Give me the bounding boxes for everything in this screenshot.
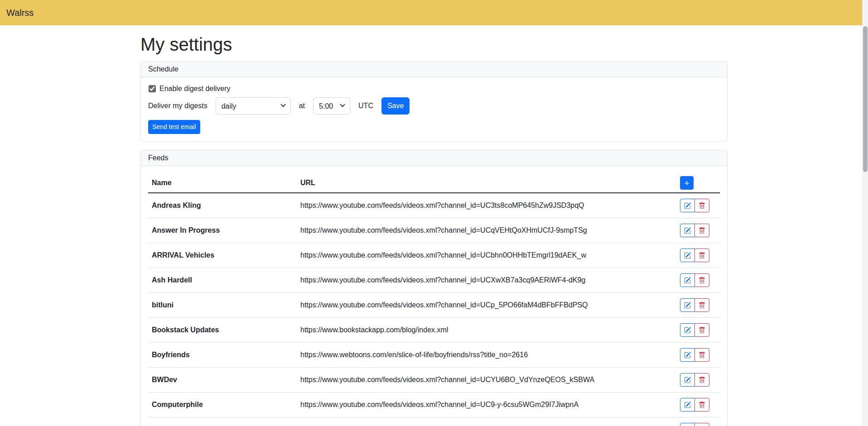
page: Walrss My settings Schedule Enable diges… (0, 0, 868, 426)
feed-actions (676, 368, 720, 392)
frequency-select[interactable]: daily (216, 97, 291, 115)
feed-actions-group (680, 199, 709, 212)
feeds-card-header: Feeds (141, 150, 727, 166)
feed-url: https://www.youtube.com/feeds/videos.xml… (297, 243, 676, 268)
pencil-square-icon (684, 327, 691, 334)
trash-icon (699, 227, 705, 234)
time-select-wrap: 5:00 (313, 97, 350, 115)
digest-schedule-row: Deliver my digests daily at 5:00 (148, 97, 720, 115)
delete-feed-button[interactable] (694, 348, 709, 362)
feeds-card-body: Name URL + Andreas Kling https://www.you… (141, 166, 727, 426)
enable-digest-row: Enable digest delivery (148, 85, 720, 93)
trash-icon (699, 402, 705, 408)
pencil-square-icon (684, 202, 691, 209)
feed-actions-group (680, 423, 709, 426)
feed-actions-group (680, 373, 709, 387)
feed-row: Bookstack Updates https://www.bookstacka… (148, 318, 720, 343)
trash-icon (699, 377, 705, 383)
schedule-card-header: Schedule (141, 62, 727, 77)
delete-feed-button[interactable] (694, 323, 709, 337)
column-header-actions: + (676, 173, 720, 193)
feed-row: ARRIVAL Vehicles https://www.youtube.com… (148, 243, 720, 268)
edit-feed-button[interactable] (680, 423, 695, 426)
feed-url: https://www.youtube.com/feeds/videos.xml… (297, 293, 676, 318)
feed-row: Fireship https://www.youtube.com/feeds/v… (148, 417, 720, 426)
feed-actions (676, 417, 720, 426)
feed-actions (676, 268, 720, 293)
edit-feed-button[interactable] (680, 398, 695, 412)
edit-feed-button[interactable] (680, 273, 695, 287)
utc-label: UTC (358, 102, 373, 110)
feed-name: Answer In Progress (148, 218, 297, 243)
feed-actions (676, 293, 720, 318)
delete-feed-button[interactable] (694, 199, 709, 212)
delete-feed-button[interactable] (694, 273, 709, 287)
edit-feed-button[interactable] (680, 199, 695, 212)
edit-feed-button[interactable] (680, 298, 695, 312)
feeds-table: Name URL + Andreas Kling https://www.you… (148, 173, 720, 426)
feed-actions-group (680, 249, 709, 262)
feed-name: Boyfriends (148, 343, 297, 368)
feed-url: https://www.youtube.com/feeds/videos.xml… (297, 193, 676, 218)
feed-name: ARRIVAL Vehicles (148, 243, 297, 268)
edit-feed-button[interactable] (680, 323, 695, 337)
deliver-digests-label: Deliver my digests (148, 102, 207, 110)
schedule-card-body: Enable digest delivery Deliver my digest… (141, 77, 727, 141)
navbar-brand[interactable]: Walrss (6, 8, 34, 18)
feed-row: Answer In Progress https://www.youtube.c… (148, 218, 720, 243)
feed-row: BWDev https://www.youtube.com/feeds/vide… (148, 368, 720, 392)
trash-icon (699, 327, 705, 334)
delete-feed-button[interactable] (694, 298, 709, 312)
feed-url: https://www.youtube.com/feeds/videos.xml… (297, 417, 676, 426)
pencil-square-icon (684, 302, 691, 309)
navbar: Walrss (0, 0, 868, 25)
edit-feed-button[interactable] (680, 249, 695, 262)
trash-icon (699, 202, 705, 209)
feed-actions (676, 318, 720, 343)
trash-icon (699, 302, 705, 309)
delete-feed-button[interactable] (694, 373, 709, 387)
feed-actions-group (680, 398, 709, 412)
add-feed-button[interactable]: + (680, 176, 694, 190)
feed-row: bitluni https://www.youtube.com/feeds/vi… (148, 293, 720, 318)
time-select[interactable]: 5:00 (313, 97, 350, 115)
feed-actions-group (680, 323, 709, 337)
enable-digest-label[interactable]: Enable digest delivery (159, 85, 231, 93)
delete-feed-button[interactable] (694, 423, 709, 426)
page-title: My settings (140, 34, 728, 55)
edit-feed-button[interactable] (680, 224, 695, 237)
feed-actions-group (680, 348, 709, 362)
frequency-select-wrap: daily (216, 97, 291, 115)
feed-name: Bookstack Updates (148, 318, 297, 343)
pencil-square-icon (684, 277, 691, 284)
scrollbar-thumb[interactable] (863, 26, 868, 172)
pencil-square-icon (684, 227, 691, 234)
feed-actions (676, 343, 720, 368)
trash-icon (699, 252, 705, 259)
feeds-table-head: Name URL + (148, 173, 720, 193)
edit-feed-button[interactable] (680, 348, 695, 362)
feed-name: BWDev (148, 368, 297, 392)
scrollbar[interactable] (862, 0, 868, 426)
send-test-email-button[interactable]: Send test email (148, 120, 200, 134)
edit-feed-button[interactable] (680, 373, 695, 387)
feed-actions (676, 392, 720, 417)
feed-actions (676, 193, 720, 218)
feed-row: Ash Hardell https://www.youtube.com/feed… (148, 268, 720, 293)
feed-row: Andreas Kling https://www.youtube.com/fe… (148, 193, 720, 218)
feed-url: https://www.youtube.com/feeds/videos.xml… (297, 368, 676, 392)
trash-icon (699, 277, 705, 284)
delete-feed-button[interactable] (694, 398, 709, 412)
enable-digest-checkbox[interactable] (149, 85, 156, 92)
main-content: My settings Schedule Enable digest deliv… (135, 34, 733, 426)
delete-feed-button[interactable] (694, 249, 709, 262)
feed-actions (676, 243, 720, 268)
feeds-table-body: Andreas Kling https://www.youtube.com/fe… (148, 193, 720, 426)
feed-name: Andreas Kling (148, 193, 297, 218)
save-button[interactable]: Save (381, 97, 410, 115)
feed-actions-group (680, 298, 709, 312)
schedule-card: Schedule Enable digest delivery Deliver … (140, 61, 728, 142)
feed-url: https://www.bookstackapp.com/blog/index.… (297, 318, 676, 343)
at-label: at (299, 102, 305, 110)
delete-feed-button[interactable] (694, 224, 709, 237)
